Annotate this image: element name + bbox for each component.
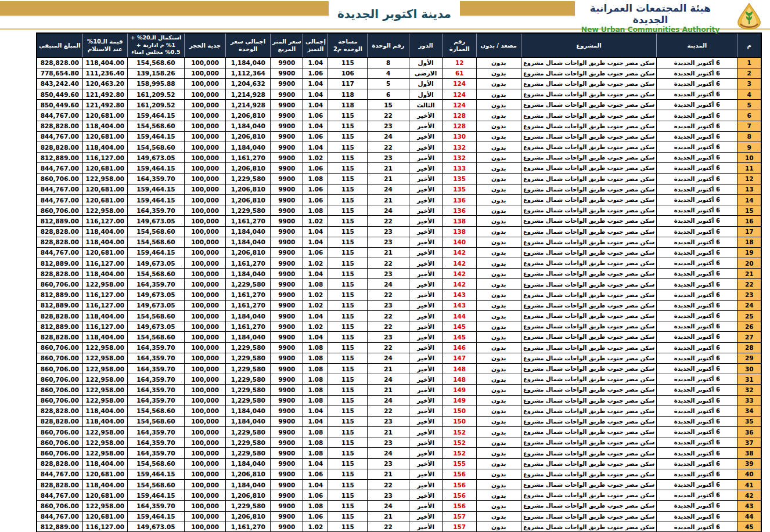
cell-total: 1,229,580 bbox=[226, 437, 271, 448]
cell-elevator: بدون bbox=[476, 226, 521, 237]
cell-remaining: 828,828.00 bbox=[37, 226, 82, 237]
cell-completion: 154,568.60 bbox=[127, 226, 184, 237]
cell-completion: 164,359.70 bbox=[127, 353, 184, 363]
cell-bldg: 138 bbox=[442, 226, 476, 237]
cell-sqm: 9900 bbox=[271, 163, 303, 173]
cell-total: 1,214,928 bbox=[226, 100, 271, 110]
cell-bldg: 145 bbox=[442, 321, 476, 332]
cell-remaining: 844,767.00 bbox=[37, 247, 82, 258]
cell-unit: 23 bbox=[368, 269, 409, 279]
cell-floor: الأول bbox=[409, 89, 442, 100]
cell-reserve: 100,000 bbox=[185, 342, 226, 353]
cell-bldg: 124 bbox=[442, 100, 476, 110]
cell-project: سكن مصر جنوب طريق الواحات شمال مشروع واح… bbox=[521, 237, 656, 247]
cell-floor: الأخير bbox=[409, 121, 442, 131]
cell-remaining: 828,828.00 bbox=[37, 311, 82, 321]
cell-ten: 118,404.00 bbox=[82, 311, 127, 321]
cell-bldg: 152 bbox=[442, 448, 476, 458]
cell-area: 115 bbox=[328, 427, 368, 437]
cell-project: سكن مصر جنوب طريق الواحات شمال مشروع واح… bbox=[521, 374, 656, 385]
cell-floor: الأخير bbox=[409, 363, 442, 374]
cell-floor: الأول bbox=[409, 57, 442, 68]
cell-bldg: 150 bbox=[442, 406, 476, 416]
cell-bldg: 142 bbox=[442, 269, 476, 279]
table-row: 86 أكتوبر الجديدةسكن مصر جنوب طريق الواح… bbox=[37, 131, 761, 142]
cell-reserve: 100,000 bbox=[185, 385, 226, 395]
cell-completion: 158,995.88 bbox=[127, 78, 184, 89]
cell-elevator: بدون bbox=[476, 374, 521, 385]
cell-unit: 22 bbox=[368, 216, 409, 226]
cell-completion: 154,568.60 bbox=[127, 480, 184, 490]
cell-total: 1,229,580 bbox=[226, 501, 271, 511]
cell-sqm: 9900 bbox=[271, 342, 303, 353]
cell-area: 115 bbox=[328, 458, 368, 469]
cell-total: 1,112,364 bbox=[226, 68, 271, 78]
cell-completion: 159,464.15 bbox=[127, 247, 184, 258]
cell-ten: 116,127.00 bbox=[82, 153, 127, 163]
cell-reserve: 100,000 bbox=[185, 416, 226, 426]
cell-reserve: 100,000 bbox=[185, 469, 226, 479]
cell-sqm: 9900 bbox=[271, 247, 303, 258]
cell-completion: 154,568.60 bbox=[127, 311, 184, 321]
cell-idx: 42 bbox=[737, 490, 761, 501]
cell-sqm: 9900 bbox=[271, 194, 303, 205]
cell-elevator: بدون bbox=[476, 416, 521, 426]
cell-floor: الأخير bbox=[409, 226, 442, 237]
cell-completion: 154,568.60 bbox=[127, 416, 184, 426]
cell-idx: 33 bbox=[737, 395, 761, 406]
cell-premium: 1.08 bbox=[303, 279, 328, 289]
cell-project: سكن مصر جنوب طريق الواحات شمال مشروع واح… bbox=[521, 216, 656, 226]
cell-city: 6 أكتوبر الجديدة bbox=[657, 163, 737, 173]
cell-project: سكن مصر جنوب طريق الواحات شمال مشروع واح… bbox=[521, 110, 656, 121]
cell-bldg: 132 bbox=[442, 153, 476, 163]
cell-remaining: 828,828.00 bbox=[37, 237, 82, 247]
cell-bldg: 145 bbox=[442, 332, 476, 342]
cell-completion: 164,359.70 bbox=[127, 448, 184, 458]
cell-floor: الأخير bbox=[409, 321, 442, 332]
table-row: 286 أكتوبر الجديدةسكن مصر جنوب طريق الوا… bbox=[37, 342, 761, 353]
cell-bldg: 149 bbox=[442, 385, 476, 395]
cell-premium: 1.04 bbox=[303, 121, 328, 131]
cell-remaining: 860,706.00 bbox=[37, 363, 82, 374]
cell-elevator: بدون bbox=[476, 205, 521, 216]
cell-unit: 24 bbox=[368, 131, 409, 142]
cell-premium: 1.04 bbox=[303, 416, 328, 426]
table-row: 296 أكتوبر الجديدةسكن مصر جنوب طريق الوا… bbox=[37, 353, 761, 363]
cell-ten: 120,681.00 bbox=[82, 163, 127, 173]
cell-premium: 1.08 bbox=[303, 395, 328, 406]
cell-premium: 1.06 bbox=[303, 247, 328, 258]
cell-bldg: 146 bbox=[442, 342, 476, 353]
cell-completion: 159,464.15 bbox=[127, 469, 184, 479]
cell-bldg: 142 bbox=[442, 279, 476, 289]
cell-remaining: 844,767.00 bbox=[37, 163, 82, 173]
cell-total: 1,184,040 bbox=[226, 406, 271, 416]
cell-unit: 23 bbox=[368, 490, 409, 501]
cell-unit: 24 bbox=[368, 448, 409, 458]
cell-floor: الأخير bbox=[409, 522, 442, 532]
cell-city: 6 أكتوبر الجديدة bbox=[657, 279, 737, 289]
cell-city: 6 أكتوبر الجديدة bbox=[657, 237, 737, 247]
cell-ten: 120,681.00 bbox=[82, 184, 127, 194]
cell-sqm: 9900 bbox=[271, 68, 303, 78]
cell-bldg: 157 bbox=[442, 511, 476, 522]
cell-total: 1,229,580 bbox=[226, 173, 271, 184]
cell-ten: 120,681.00 bbox=[82, 194, 127, 205]
cell-remaining: 812,889.00 bbox=[37, 153, 82, 163]
cell-premium: 1.08 bbox=[303, 448, 328, 458]
cell-idx: 26 bbox=[737, 321, 761, 332]
cell-completion: 164,359.70 bbox=[127, 501, 184, 511]
cell-completion: 159,464.15 bbox=[127, 163, 184, 173]
cell-ten: 120,681.00 bbox=[82, 110, 127, 121]
cell-total: 1,206,810 bbox=[226, 163, 271, 173]
cell-area: 118 bbox=[328, 100, 368, 110]
cell-city: 6 أكتوبر الجديدة bbox=[657, 78, 737, 89]
cell-reserve: 100,000 bbox=[185, 110, 226, 121]
cell-reserve: 100,000 bbox=[185, 226, 226, 237]
cell-elevator: بدون bbox=[476, 173, 521, 184]
cell-project: سكن مصر جنوب طريق الواحات شمال مشروع واح… bbox=[521, 100, 656, 110]
cell-reserve: 100,000 bbox=[185, 511, 226, 522]
cell-area: 115 bbox=[328, 258, 368, 269]
cell-area: 118 bbox=[328, 89, 368, 100]
cell-reserve: 100,000 bbox=[185, 458, 226, 469]
cell-floor: الأخير bbox=[409, 342, 442, 353]
